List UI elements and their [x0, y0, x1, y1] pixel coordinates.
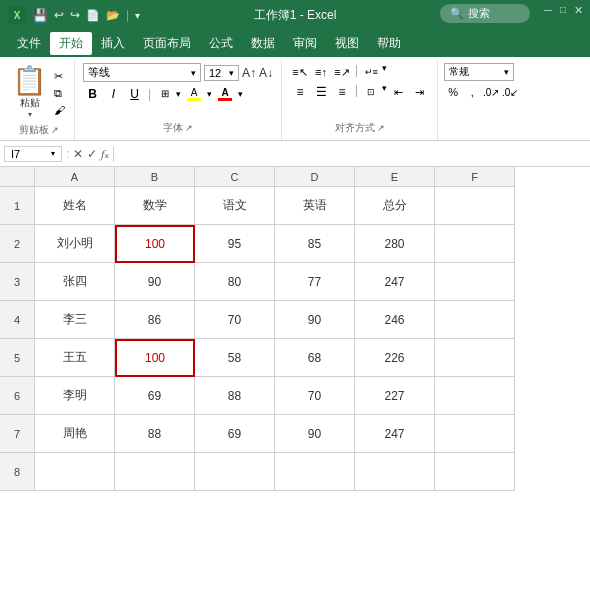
border-button[interactable]: ⊞ — [155, 84, 174, 103]
table-cell[interactable]: 李三 — [35, 301, 115, 339]
minimize-button[interactable]: ─ — [541, 4, 555, 17]
menu-item-file[interactable]: 文件 — [8, 32, 50, 55]
table-cell[interactable] — [435, 339, 515, 377]
formula-confirm-icon[interactable]: ✓ — [87, 147, 97, 161]
table-cell[interactable]: 88 — [195, 377, 275, 415]
wrap-dropdown[interactable]: ▾ — [382, 63, 387, 81]
table-cell[interactable]: 280 — [355, 225, 435, 263]
table-cell[interactable]: 100 — [115, 339, 195, 377]
table-cell[interactable]: 95 — [195, 225, 275, 263]
table-cell[interactable]: 总分 — [355, 187, 435, 225]
table-cell[interactable]: 77 — [275, 263, 355, 301]
table-cell[interactable]: 刘小明 — [35, 225, 115, 263]
align-center-button[interactable]: ☰ — [311, 83, 331, 101]
table-cell[interactable]: 69 — [115, 377, 195, 415]
table-cell[interactable]: 70 — [195, 301, 275, 339]
table-cell[interactable]: 226 — [355, 339, 435, 377]
align-top-left-button[interactable]: ≡↖ — [290, 63, 310, 81]
customize-icon[interactable]: ▾ — [135, 10, 140, 21]
new-file-icon[interactable]: 📄 — [86, 9, 100, 22]
indent-left-button[interactable]: ⇤ — [388, 83, 408, 101]
align-top-right-button[interactable]: ≡↗ — [332, 63, 352, 81]
table-cell[interactable]: 姓名 — [35, 187, 115, 225]
table-cell[interactable] — [435, 377, 515, 415]
col-header-B[interactable]: B — [115, 167, 195, 187]
table-cell[interactable] — [435, 187, 515, 225]
increase-font-icon[interactable]: A↑ — [242, 66, 256, 80]
table-cell[interactable]: 李明 — [35, 377, 115, 415]
merge-button[interactable]: ⊡ — [361, 83, 381, 101]
menu-item-data[interactable]: 数据 — [242, 32, 284, 55]
col-header-A[interactable]: A — [35, 167, 115, 187]
wrap-text-button[interactable]: ↵≡ — [361, 63, 381, 81]
table-cell[interactable] — [355, 453, 435, 491]
row-header-4[interactable]: 4 — [0, 301, 35, 339]
menu-item-insert[interactable]: 插入 — [92, 32, 134, 55]
indent-right-button[interactable]: ⇥ — [409, 83, 429, 101]
decimal-inc-button[interactable]: .0↗ — [482, 83, 500, 101]
fill-dropdown[interactable]: ▾ — [207, 89, 212, 99]
table-cell[interactable]: 70 — [275, 377, 355, 415]
paste-button[interactable]: 📋 粘贴 ▾ — [10, 65, 49, 121]
table-cell[interactable] — [35, 453, 115, 491]
table-cell[interactable] — [435, 415, 515, 453]
italic-button[interactable]: I — [104, 84, 123, 103]
format-painter-button[interactable]: 🖌 — [51, 103, 68, 117]
menu-item-layout[interactable]: 页面布局 — [134, 32, 200, 55]
table-cell[interactable]: 58 — [195, 339, 275, 377]
table-cell[interactable]: 90 — [115, 263, 195, 301]
merge-dropdown[interactable]: ▾ — [382, 83, 387, 101]
table-cell[interactable]: 68 — [275, 339, 355, 377]
table-cell[interactable]: 王五 — [35, 339, 115, 377]
table-cell[interactable] — [435, 263, 515, 301]
search-bar[interactable]: 🔍 搜索 — [440, 4, 530, 23]
table-cell[interactable]: 100 — [115, 225, 195, 263]
table-cell[interactable] — [435, 225, 515, 263]
col-header-E[interactable]: E — [355, 167, 435, 187]
row-header-3[interactable]: 3 — [0, 263, 35, 301]
formula-input[interactable] — [118, 148, 586, 160]
align-left-button[interactable]: ≡ — [290, 83, 310, 101]
table-cell[interactable]: 247 — [355, 263, 435, 301]
redo-icon[interactable]: ↪ — [70, 8, 80, 22]
table-cell[interactable]: 80 — [195, 263, 275, 301]
table-cell[interactable] — [115, 453, 195, 491]
menu-item-home[interactable]: 开始 — [50, 32, 92, 55]
menu-item-formula[interactable]: 公式 — [200, 32, 242, 55]
row-header-5[interactable]: 5 — [0, 339, 35, 377]
table-cell[interactable] — [275, 453, 355, 491]
cut-button[interactable]: ✂ — [51, 69, 68, 84]
number-format-selector[interactable]: 常规▾ — [444, 63, 514, 81]
cell-reference-box[interactable]: I7 ▾ — [4, 146, 62, 162]
table-cell[interactable]: 张四 — [35, 263, 115, 301]
table-cell[interactable] — [195, 453, 275, 491]
table-cell[interactable]: 英语 — [275, 187, 355, 225]
decrease-font-icon[interactable]: A↓ — [259, 66, 273, 80]
copy-button[interactable]: ⧉ — [51, 86, 68, 101]
percent-button[interactable]: % — [444, 83, 462, 101]
table-cell[interactable]: 88 — [115, 415, 195, 453]
table-cell[interactable]: 86 — [115, 301, 195, 339]
table-cell[interactable]: 语文 — [195, 187, 275, 225]
menu-item-review[interactable]: 审阅 — [284, 32, 326, 55]
table-cell[interactable]: 90 — [275, 301, 355, 339]
open-file-icon[interactable]: 📂 — [106, 9, 120, 22]
menu-item-help[interactable]: 帮助 — [368, 32, 410, 55]
row-header-8[interactable]: 8 — [0, 453, 35, 491]
row-header-2[interactable]: 2 — [0, 225, 35, 263]
col-header-D[interactable]: D — [275, 167, 355, 187]
font-color-dropdown[interactable]: ▾ — [238, 89, 243, 99]
table-cell[interactable]: 周艳 — [35, 415, 115, 453]
underline-button[interactable]: U — [125, 84, 144, 103]
row-header-7[interactable]: 7 — [0, 415, 35, 453]
row-header-1[interactable]: 1 — [0, 187, 35, 225]
bold-button[interactable]: B — [83, 84, 102, 103]
undo-icon[interactable]: ↩ — [54, 8, 64, 22]
formula-cancel-icon[interactable]: ✕ — [73, 147, 83, 161]
table-cell[interactable] — [435, 301, 515, 339]
maximize-button[interactable]: □ — [557, 4, 569, 17]
table-cell[interactable]: 246 — [355, 301, 435, 339]
table-cell[interactable]: 数学 — [115, 187, 195, 225]
table-cell[interactable]: 227 — [355, 377, 435, 415]
decimal-dec-button[interactable]: .0↙ — [501, 83, 519, 101]
